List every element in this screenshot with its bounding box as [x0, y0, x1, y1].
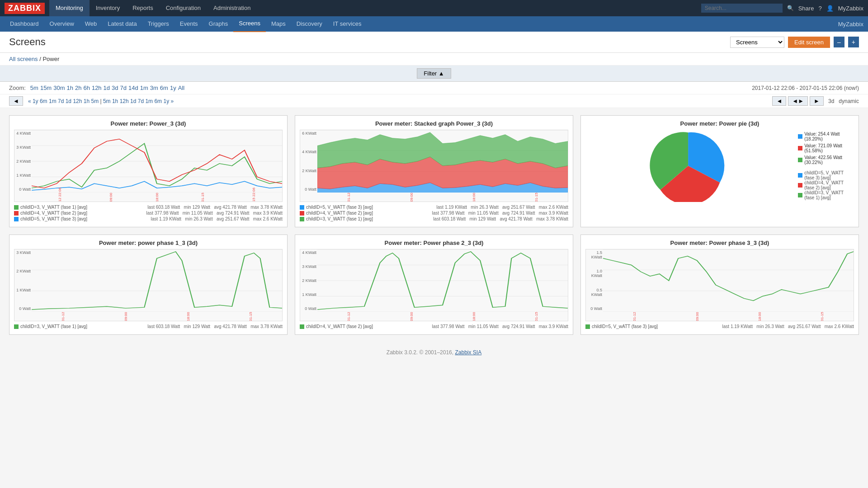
filter-bar: Filter ▲ [0, 66, 868, 82]
time-back-button[interactable]: ◄ [772, 96, 786, 106]
help-link[interactable]: ? [818, 5, 821, 12]
scroll-1d-left[interactable]: 1d [66, 98, 71, 104]
expand-button[interactable]: + [848, 37, 859, 47]
graph-title-5: Power meter: Power phase 2_3 (3d) [300, 239, 568, 246]
scroll-1y-right[interactable]: 1y [163, 98, 169, 104]
zoom-3d[interactable]: 3d [112, 84, 118, 91]
legend-stats-2b: last 377.98 Watt min 11.05 Watt avg 724.… [432, 211, 568, 216]
zoom-6h[interactable]: 6h [83, 84, 90, 91]
user-icon[interactable]: 👤 [826, 5, 834, 12]
zoom-15m[interactable]: 15m [40, 84, 52, 91]
sub-nav-events[interactable]: Events [175, 16, 203, 32]
zoom-6m[interactable]: 6m [160, 84, 168, 91]
sub-nav-graphs[interactable]: Graphs [203, 16, 234, 32]
zoom-controls: Zoom: 5m 15m 30m 1h 2h 6h 12h 1d 3d 7d 1… [9, 84, 184, 91]
zoom-label: Zoom: [9, 84, 26, 91]
zoom-14d[interactable]: 14d [128, 84, 138, 91]
scroll-7d-right[interactable]: 7d [138, 98, 144, 104]
time-forward-button[interactable]: ► [810, 96, 824, 106]
scroll-12h-left[interactable]: 12h [73, 98, 82, 104]
pie-series-blue: childID=5, V_WATT (fase 3) [avg] [798, 170, 854, 180]
filter-button[interactable]: Filter ▲ [417, 68, 451, 79]
legend-stats-2a: last 1.19 KWatt min 26.3 Watt avg 251.67… [437, 205, 568, 210]
sub-nav-overview[interactable]: Overview [44, 16, 80, 32]
collapse-button[interactable]: – [834, 37, 844, 47]
graph-area-6[interactable]: 1.5 KWatt1.0 KWatt0.5 KWatt0 Watt 01-12 … [585, 249, 854, 321]
sub-nav-it-services[interactable]: IT services [328, 16, 367, 32]
menu-item-inventory[interactable]: Inventory [90, 0, 126, 16]
legend-label-2b: childID=4, V_WATT (fase 2) [avg] [306, 211, 373, 216]
scroll-6m-right[interactable]: 6m [154, 98, 162, 104]
graph-title-3: Power meter: Power pie (3d) [585, 120, 854, 127]
sub-nav-screens[interactable]: Screens [233, 16, 266, 32]
graph-inner-1 [32, 130, 282, 192]
sub-nav-maps[interactable]: Maps [266, 16, 291, 32]
x-axis-4: 01-12 09:00 18:00 01-15 [32, 312, 282, 321]
scroll-5m-left[interactable]: 5m [91, 98, 99, 104]
scroll-1m-right[interactable]: 1m [145, 98, 153, 104]
menu-item-monitoring[interactable]: Monitoring [49, 0, 90, 16]
scroll-far-left[interactable]: « [28, 98, 31, 104]
legend-color-green-1 [14, 205, 19, 210]
legend-row-4a: childID=3, V_WATT (fase 1) [avg] last 60… [14, 324, 283, 329]
zoom-7d[interactable]: 7d [120, 84, 127, 91]
scroll-1h-right[interactable]: 1h [112, 98, 118, 104]
zoom-1h[interactable]: 1h [67, 84, 73, 91]
zoom-5m[interactable]: 5m [30, 84, 38, 91]
zoom-3m[interactable]: 3m [150, 84, 158, 91]
graph-area-5[interactable]: 4 KWatt3 KWatt2 KWatt1 KWatt0 Watt 01-12… [300, 249, 568, 321]
nav-back-button[interactable]: ◄ [9, 96, 23, 106]
y-axis-2: 6 KWatt4 KWatt2 KWatt0 Watt [300, 130, 317, 192]
pie-series-label-red: childID=4, V_WATT (fase 2) [avg] [804, 180, 854, 190]
sub-nav-discovery[interactable]: Discovery [291, 16, 328, 32]
sub-nav-triggers[interactable]: Triggers [142, 16, 175, 32]
scroll-1h-left[interactable]: 1h [84, 98, 90, 104]
legend-label-2c: childID=3, V_WATT (fase 1) [avg] [306, 216, 373, 221]
pie-series-label-blue: childID=5, V_WATT (fase 3) [avg] [804, 170, 854, 180]
scroll-6m-left[interactable]: 6m [40, 98, 47, 104]
graph-area-1[interactable]: 4 KWatt3 KWatt2 KWatt1 KWatt0 Watt [14, 130, 283, 202]
screens-dropdown[interactable]: Screens Power Network [730, 37, 784, 48]
zoom-2h[interactable]: 2h [75, 84, 81, 91]
legend-label-1c: childID=5, V_WATT (fase 3) [avg] [20, 216, 87, 221]
scroll-far-right[interactable]: » [170, 98, 174, 104]
legend-label-4a: childID=3, V_WATT (fase 1) [avg] [20, 324, 87, 329]
footer-link[interactable]: Zabbix SIA [455, 349, 481, 356]
menu-item-reports[interactable]: Reports [126, 0, 160, 16]
scroll-7d-left[interactable]: 7d [58, 98, 64, 104]
search-input[interactable] [701, 4, 783, 13]
graph-area-2[interactable]: 6 KWatt4 KWatt2 KWatt0 Watt [300, 130, 568, 202]
zoom-30m[interactable]: 30m [53, 84, 65, 91]
zoom-1y[interactable]: 1y [170, 84, 176, 91]
sub-nav-web[interactable]: Web [80, 16, 103, 32]
edit-screen-button[interactable]: Edit screen [788, 37, 830, 48]
graph-area-4[interactable]: 3 KWatt2 KWatt1 KWatt0 Watt 01-12 09:00 … [14, 249, 283, 321]
share-link[interactable]: Share [798, 5, 814, 12]
time-center-button[interactable]: ◄► [788, 96, 808, 106]
search-icon[interactable]: 🔍 [787, 5, 794, 11]
legend-color-green-6 [585, 324, 590, 329]
menu-item-administration[interactable]: Administration [207, 0, 257, 16]
zoom-1d[interactable]: 1d [104, 84, 110, 91]
graph-inner-4 [32, 249, 282, 312]
pie-series-green: childID=3, V_WATT (fase 1) [avg] [798, 190, 854, 200]
zoom-12h[interactable]: 12h [92, 84, 102, 91]
scroll-12h-right[interactable]: 12h [120, 98, 129, 104]
zoom-bar: Zoom: 5m 15m 30m 1h 2h 6h 12h 1d 3d 7d 1… [0, 82, 868, 94]
sub-nav-dashboard[interactable]: Dashboard [5, 16, 44, 32]
graph-svg-5 [317, 249, 568, 312]
zoom-1m[interactable]: 1m [140, 84, 148, 91]
sub-nav-latest-data[interactable]: Latest data [102, 16, 142, 32]
legend-stats-1c: last 1.19 KWatt min 26.3 Watt avg 251.67… [151, 216, 283, 221]
scroll-5m-right[interactable]: 5m [103, 98, 111, 104]
y-axis-1: 4 KWatt3 KWatt2 KWatt1 KWatt0 Watt [14, 130, 32, 192]
footer: Zabbix 3.0.2. © 2001–2016, Zabbix SIA [0, 342, 868, 363]
scroll-1m-left[interactable]: 1m [49, 98, 57, 104]
myzabbix-link[interactable]: MyZabbix [838, 5, 863, 12]
scroll-1y-left[interactable]: 1y [33, 98, 38, 104]
nav-row-right: ◄ ◄► ► 3d dynamic [772, 96, 859, 106]
menu-item-configuration[interactable]: Configuration [160, 0, 207, 16]
scroll-1d-right[interactable]: 1d [130, 98, 136, 104]
breadcrumb-all-screens[interactable]: All screens [9, 56, 38, 62]
zoom-all[interactable]: All [178, 84, 184, 91]
